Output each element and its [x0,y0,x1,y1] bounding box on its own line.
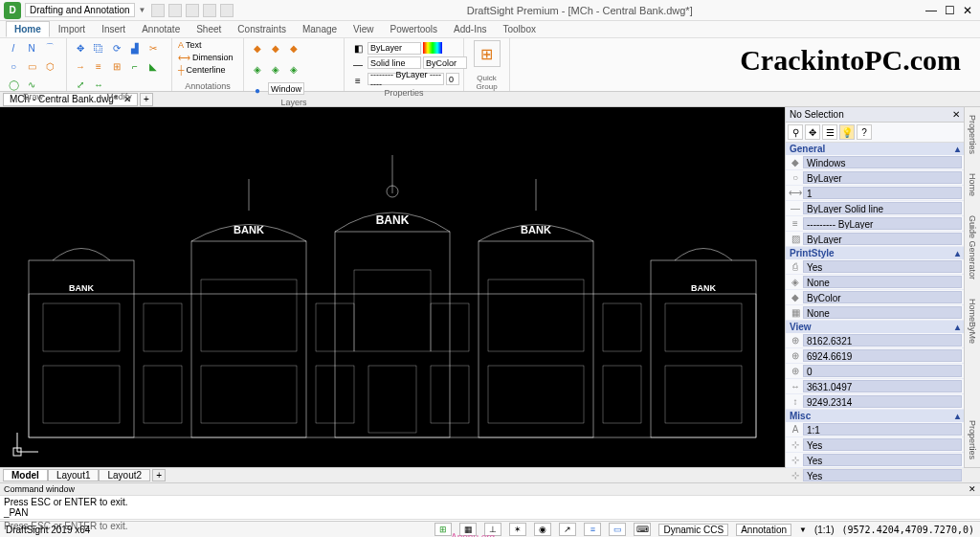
prop-value[interactable]: --------- ByLayer [803,217,962,230]
prop-value[interactable]: ByLayer [803,233,962,245]
tab-powertools[interactable]: Powertools [383,22,445,36]
trim-icon[interactable]: ✂ [145,40,161,56]
polyline-icon[interactable]: N [24,40,39,56]
tab-home[interactable]: Home [6,21,50,37]
redo-icon[interactable] [220,4,234,17]
tab-constraints[interactable]: Constraints [230,22,294,36]
copy-icon[interactable]: ⿻ [91,40,106,56]
side-tab-home[interactable]: Home [968,173,977,196]
prop-value[interactable]: 8162.6321 [803,334,962,347]
chamfer-icon[interactable]: ◣ [145,58,161,74]
prop-value[interactable]: None [803,306,962,319]
circle-icon[interactable]: ○ [6,58,21,74]
layer-on-icon[interactable]: ● [250,82,265,98]
rectangle-icon[interactable]: ▭ [24,58,39,74]
arc-icon[interactable]: ⌒ [42,40,57,56]
stretch-icon[interactable]: ↔ [91,77,106,92]
line-icon[interactable]: / [6,40,21,56]
lineweight-dropdown[interactable]: -------- ByLayer -------- [368,73,444,85]
array-icon[interactable]: ⊞ [109,58,124,74]
fillet-icon[interactable]: ⌐ [127,58,143,74]
lineweight-icon[interactable]: ≡ [350,73,366,88]
layout-tab-1[interactable]: Layout1 [48,469,100,481]
tab-insert[interactable]: Insert [94,22,133,36]
command-window-close-icon[interactable]: ✕ [969,484,976,494]
color-dropdown[interactable]: ByColor [423,56,467,69]
close-icon[interactable]: ✕ [963,4,972,17]
offset-icon[interactable]: ≡ [91,58,106,74]
prop-value[interactable]: 6924.6619 [803,349,962,362]
quick-group-icon[interactable]: ⊞ [474,40,501,67]
layout-tab-model[interactable]: Model [3,469,48,481]
lightbulb-icon[interactable]: 💡 [839,124,855,140]
maximize-icon[interactable]: ☐ [945,4,955,17]
prop-value[interactable]: 0 [803,365,962,377]
tab-view[interactable]: View [345,22,382,36]
add-layout-button[interactable]: + [152,469,166,481]
open-icon[interactable] [168,4,182,17]
panel-close-icon[interactable]: ✕ [952,109,960,120]
toggle-icon[interactable]: ☰ [822,124,837,140]
tab-import[interactable]: Import [51,22,93,36]
layer-icon[interactable]: ◆ [286,40,301,56]
prop-value[interactable]: ByLayer Solid line [803,202,962,214]
prop-value[interactable]: 1:1 [803,423,962,436]
section-misc[interactable]: Misc▴ [786,410,964,422]
rotate-icon[interactable]: ⟳ [109,40,124,56]
color-icon[interactable]: ◧ [350,40,366,56]
tab-toolbox[interactable]: Toolbox [496,22,544,36]
spline-icon[interactable]: ∿ [24,77,39,92]
section-general[interactable]: General▴ [786,143,964,155]
linetype-icon[interactable]: — [350,56,366,72]
save-icon[interactable] [186,4,199,17]
side-tab-properties2[interactable]: Properties [968,420,977,459]
minimize-icon[interactable]: — [925,4,937,17]
extend-icon[interactable]: → [73,58,88,74]
side-tab-guide[interactable]: Guide Generator [968,215,977,280]
command-input[interactable]: Press ESC or ENTER to exit. [0,519,980,532]
help-icon[interactable]: ? [857,124,872,140]
prop-value[interactable]: Windows [803,156,962,168]
prop-value[interactable]: 9249.2314 [803,395,962,408]
layer-icon[interactable]: ◆ [250,40,265,56]
prop-value[interactable]: Yes [803,438,962,451]
layer-window-dropdown[interactable]: Window [268,82,304,95]
layer-dropdown[interactable]: ByLayer [368,42,421,55]
layer-state-icon[interactable]: ◈ [250,61,265,77]
color-swatch-icon[interactable] [423,42,442,54]
ellipse-icon[interactable]: ◯ [6,77,21,92]
prop-value[interactable]: 3631.0497 [803,380,962,392]
layer-freeze-icon[interactable]: ◈ [286,61,301,77]
layer-icon[interactable]: ◆ [268,40,283,56]
scale-icon[interactable]: ⤢ [73,77,88,92]
chevron-down-icon[interactable]: ▼ [139,6,146,14]
prop-value[interactable]: ByLayer [803,171,962,184]
side-tab-homebyme[interactable]: HomeByMe [968,299,977,344]
linetype-dropdown[interactable]: Solid line [368,56,421,69]
layer-iso-icon[interactable]: ◈ [268,61,283,77]
side-tab-properties[interactable]: Properties [968,115,977,154]
prop-value[interactable]: Yes [803,260,962,273]
text-tool[interactable]: AText [178,40,234,50]
prop-value[interactable]: Yes [803,469,962,481]
undo-icon[interactable] [203,4,216,17]
tab-manage[interactable]: Manage [295,22,345,36]
new-icon[interactable] [151,4,165,17]
width-field[interactable]: 0 [446,73,459,85]
centerline-tool[interactable]: ┼Centerline [178,65,234,75]
drawing-canvas[interactable]: BANK BANK BANK BANK BANK [0,107,785,467]
move-icon[interactable]: ✥ [73,40,88,56]
prop-value[interactable]: Yes [803,454,962,466]
workspace-selector[interactable]: Drafting and Annotation [25,3,135,17]
polygon-icon[interactable]: ⬡ [42,58,57,74]
prop-value[interactable]: ByColor [803,291,962,303]
tab-annotate[interactable]: Annotate [134,22,188,36]
tab-addins[interactable]: Add-Ins [446,22,494,36]
layout-tab-2[interactable]: Layout2 [99,469,150,481]
filter-icon[interactable]: ⚲ [788,124,803,140]
pick-icon[interactable]: ✥ [805,124,820,140]
mirror-icon[interactable]: ▟ [127,40,143,56]
tab-sheet[interactable]: Sheet [189,22,229,36]
dimension-tool[interactable]: ⟷Dimension [178,53,234,62]
prop-value[interactable]: None [803,276,962,288]
